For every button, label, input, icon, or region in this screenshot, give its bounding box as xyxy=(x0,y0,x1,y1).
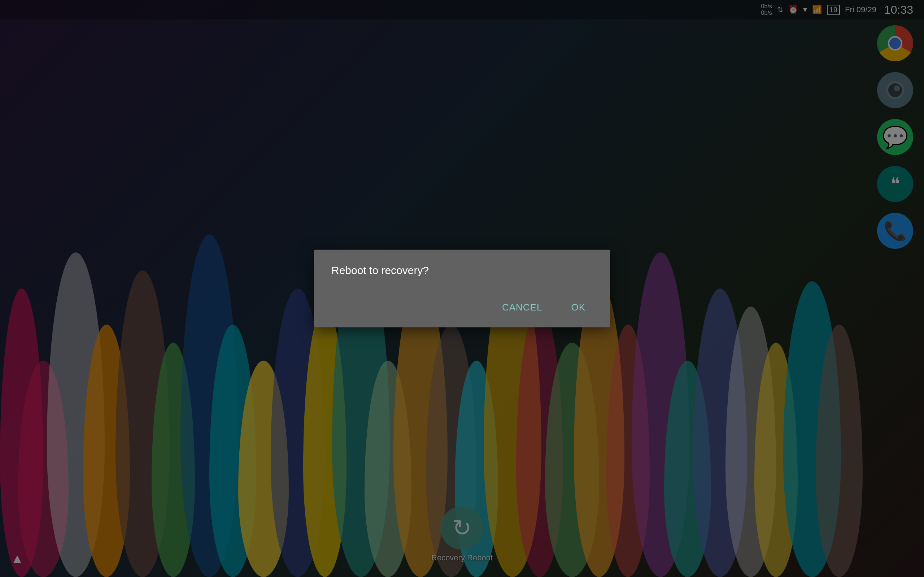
ok-button[interactable]: OK xyxy=(564,298,593,317)
reboot-recovery-dialog: Reboot to recovery? CANCEL OK xyxy=(314,250,610,327)
dialog-message: Reboot to recovery? xyxy=(331,264,593,277)
cancel-button[interactable]: CANCEL xyxy=(495,298,549,317)
dialog-buttons: CANCEL OK xyxy=(331,298,593,317)
